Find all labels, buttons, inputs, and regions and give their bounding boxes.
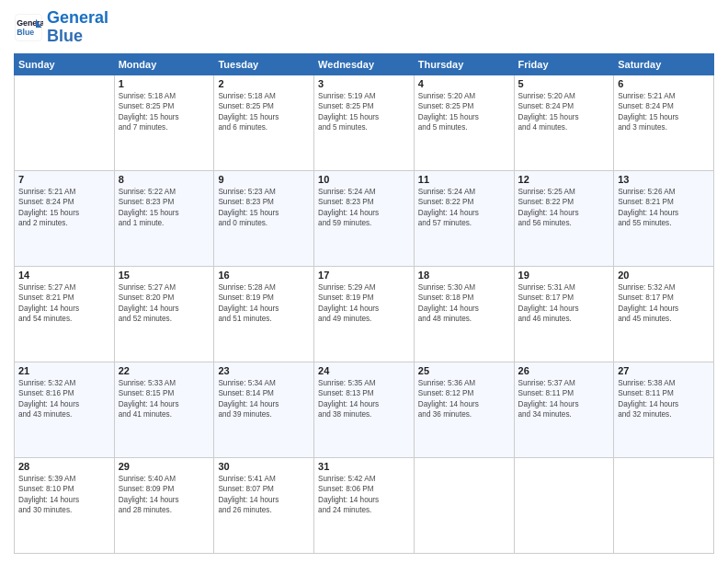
- day-number: 21: [18, 365, 110, 376]
- calendar-week-row: 28Sunrise: 5:39 AM Sunset: 8:10 PM Dayli…: [15, 457, 714, 553]
- table-row: 9Sunrise: 5:23 AM Sunset: 8:23 PM Daylig…: [214, 170, 314, 266]
- day-number: 14: [18, 270, 110, 281]
- table-row: 18Sunrise: 5:30 AM Sunset: 8:18 PM Dayli…: [414, 266, 514, 362]
- day-info: Sunrise: 5:34 AM Sunset: 8:14 PM Dayligh…: [218, 378, 310, 420]
- day-info: Sunrise: 5:32 AM Sunset: 8:16 PM Dayligh…: [18, 378, 110, 420]
- calendar-week-row: 21Sunrise: 5:32 AM Sunset: 8:16 PM Dayli…: [15, 362, 714, 457]
- day-number: 4: [418, 78, 510, 89]
- day-number: 18: [418, 270, 510, 281]
- day-info: Sunrise: 5:21 AM Sunset: 8:24 PM Dayligh…: [18, 187, 110, 229]
- day-number: 10: [318, 174, 410, 185]
- table-row: 17Sunrise: 5:29 AM Sunset: 8:19 PM Dayli…: [314, 266, 415, 362]
- day-number: 16: [218, 270, 310, 281]
- day-info: Sunrise: 5:42 AM Sunset: 8:06 PM Dayligh…: [318, 474, 410, 516]
- table-row: 11Sunrise: 5:24 AM Sunset: 8:22 PM Dayli…: [414, 170, 514, 266]
- col-friday: Friday: [514, 53, 614, 75]
- day-info: Sunrise: 5:21 AM Sunset: 8:24 PM Dayligh…: [618, 91, 710, 133]
- table-row: 4Sunrise: 5:20 AM Sunset: 8:25 PM Daylig…: [414, 75, 514, 170]
- table-row: 30Sunrise: 5:41 AM Sunset: 8:07 PM Dayli…: [214, 457, 314, 553]
- table-row: 12Sunrise: 5:25 AM Sunset: 8:22 PM Dayli…: [514, 170, 614, 266]
- header: General Blue General Blue: [14, 9, 714, 46]
- table-row: 3Sunrise: 5:19 AM Sunset: 8:25 PM Daylig…: [314, 75, 415, 170]
- table-row: 28Sunrise: 5:39 AM Sunset: 8:10 PM Dayli…: [15, 457, 115, 553]
- table-row: 25Sunrise: 5:36 AM Sunset: 8:12 PM Dayli…: [414, 362, 514, 457]
- col-thursday: Thursday: [414, 53, 514, 75]
- table-row: 27Sunrise: 5:38 AM Sunset: 8:11 PM Dayli…: [614, 362, 714, 457]
- day-info: Sunrise: 5:22 AM Sunset: 8:23 PM Dayligh…: [119, 187, 210, 229]
- page: General Blue General Blue Sunday Monday …: [0, 0, 728, 563]
- day-info: Sunrise: 5:18 AM Sunset: 8:25 PM Dayligh…: [119, 91, 210, 133]
- table-row: 15Sunrise: 5:27 AM Sunset: 8:20 PM Dayli…: [114, 266, 214, 362]
- logo-icon: General Blue: [14, 13, 43, 42]
- day-number: 25: [418, 365, 510, 376]
- day-info: Sunrise: 5:30 AM Sunset: 8:18 PM Dayligh…: [418, 282, 510, 325]
- day-number: 20: [618, 270, 710, 281]
- day-info: Sunrise: 5:18 AM Sunset: 8:25 PM Dayligh…: [218, 91, 310, 133]
- day-number: 31: [318, 461, 410, 472]
- day-number: 29: [119, 461, 210, 472]
- table-row: [15, 75, 115, 170]
- day-number: 28: [18, 461, 110, 472]
- day-number: 19: [518, 270, 610, 281]
- day-number: 9: [218, 174, 310, 185]
- day-number: 24: [318, 365, 410, 376]
- day-number: 8: [119, 174, 210, 185]
- day-info: Sunrise: 5:27 AM Sunset: 8:20 PM Dayligh…: [119, 282, 210, 325]
- day-info: Sunrise: 5:28 AM Sunset: 8:19 PM Dayligh…: [218, 282, 310, 325]
- day-number: 30: [218, 461, 310, 472]
- day-info: Sunrise: 5:27 AM Sunset: 8:21 PM Dayligh…: [18, 282, 110, 325]
- day-info: Sunrise: 5:40 AM Sunset: 8:09 PM Dayligh…: [119, 474, 210, 516]
- day-info: Sunrise: 5:24 AM Sunset: 8:22 PM Dayligh…: [418, 187, 510, 229]
- day-number: 26: [518, 365, 610, 376]
- calendar-week-row: 1Sunrise: 5:18 AM Sunset: 8:25 PM Daylig…: [15, 75, 714, 170]
- day-number: 6: [618, 78, 710, 89]
- day-info: Sunrise: 5:32 AM Sunset: 8:17 PM Dayligh…: [618, 282, 710, 325]
- day-info: Sunrise: 5:35 AM Sunset: 8:13 PM Dayligh…: [318, 378, 410, 420]
- table-row: [514, 457, 614, 553]
- day-info: Sunrise: 5:31 AM Sunset: 8:17 PM Dayligh…: [518, 282, 610, 325]
- day-info: Sunrise: 5:37 AM Sunset: 8:11 PM Dayligh…: [518, 378, 610, 420]
- table-row: 29Sunrise: 5:40 AM Sunset: 8:09 PM Dayli…: [114, 457, 214, 553]
- day-info: Sunrise: 5:23 AM Sunset: 8:23 PM Dayligh…: [218, 187, 310, 229]
- table-row: 23Sunrise: 5:34 AM Sunset: 8:14 PM Dayli…: [214, 362, 314, 457]
- day-number: 15: [119, 270, 210, 281]
- table-row: 14Sunrise: 5:27 AM Sunset: 8:21 PM Dayli…: [15, 266, 115, 362]
- table-row: 5Sunrise: 5:20 AM Sunset: 8:24 PM Daylig…: [514, 75, 614, 170]
- calendar-header-row: Sunday Monday Tuesday Wednesday Thursday…: [15, 53, 714, 75]
- day-info: Sunrise: 5:26 AM Sunset: 8:21 PM Dayligh…: [618, 187, 710, 229]
- table-row: 22Sunrise: 5:33 AM Sunset: 8:15 PM Dayli…: [114, 362, 214, 457]
- day-number: 7: [18, 174, 110, 185]
- calendar-week-row: 7Sunrise: 5:21 AM Sunset: 8:24 PM Daylig…: [15, 170, 714, 266]
- table-row: 7Sunrise: 5:21 AM Sunset: 8:24 PM Daylig…: [15, 170, 115, 266]
- day-info: Sunrise: 5:25 AM Sunset: 8:22 PM Dayligh…: [518, 187, 610, 229]
- day-number: 3: [318, 78, 410, 89]
- table-row: 21Sunrise: 5:32 AM Sunset: 8:16 PM Dayli…: [15, 362, 115, 457]
- logo: General Blue General Blue: [14, 9, 108, 46]
- table-row: 19Sunrise: 5:31 AM Sunset: 8:17 PM Dayli…: [514, 266, 614, 362]
- calendar-week-row: 14Sunrise: 5:27 AM Sunset: 8:21 PM Dayli…: [15, 266, 714, 362]
- day-info: Sunrise: 5:38 AM Sunset: 8:11 PM Dayligh…: [618, 378, 710, 420]
- col-saturday: Saturday: [614, 53, 714, 75]
- table-row: 2Sunrise: 5:18 AM Sunset: 8:25 PM Daylig…: [214, 75, 314, 170]
- table-row: [614, 457, 714, 553]
- table-row: 31Sunrise: 5:42 AM Sunset: 8:06 PM Dayli…: [314, 457, 415, 553]
- day-info: Sunrise: 5:19 AM Sunset: 8:25 PM Dayligh…: [318, 91, 410, 133]
- day-number: 12: [518, 174, 610, 185]
- col-tuesday: Tuesday: [214, 53, 314, 75]
- day-number: 1: [119, 78, 210, 89]
- table-row: 6Sunrise: 5:21 AM Sunset: 8:24 PM Daylig…: [614, 75, 714, 170]
- day-number: 5: [518, 78, 610, 89]
- day-info: Sunrise: 5:39 AM Sunset: 8:10 PM Dayligh…: [18, 474, 110, 516]
- logo-text: General Blue: [47, 9, 108, 46]
- table-row: 24Sunrise: 5:35 AM Sunset: 8:13 PM Dayli…: [314, 362, 415, 457]
- day-info: Sunrise: 5:41 AM Sunset: 8:07 PM Dayligh…: [218, 474, 310, 516]
- table-row: 8Sunrise: 5:22 AM Sunset: 8:23 PM Daylig…: [114, 170, 214, 266]
- day-number: 27: [618, 365, 710, 376]
- table-row: 16Sunrise: 5:28 AM Sunset: 8:19 PM Dayli…: [214, 266, 314, 362]
- day-number: 13: [618, 174, 710, 185]
- table-row: 10Sunrise: 5:24 AM Sunset: 8:23 PM Dayli…: [314, 170, 415, 266]
- col-sunday: Sunday: [15, 53, 115, 75]
- day-number: 2: [218, 78, 310, 89]
- table-row: 13Sunrise: 5:26 AM Sunset: 8:21 PM Dayli…: [614, 170, 714, 266]
- col-wednesday: Wednesday: [314, 53, 415, 75]
